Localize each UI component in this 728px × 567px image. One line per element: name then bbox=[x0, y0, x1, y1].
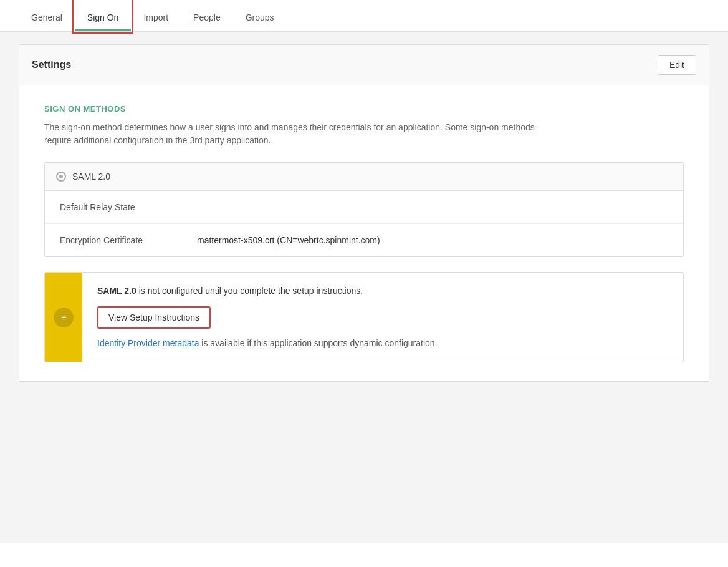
warning-sidebar: ≡ bbox=[45, 273, 82, 362]
warning-banner: ≡ SAML 2.0 is not configured until you c… bbox=[44, 272, 684, 362]
metadata-link[interactable]: Identity Provider metadata bbox=[97, 338, 199, 348]
settings-body: SIGN ON METHODS The sign-on method deter… bbox=[19, 85, 709, 381]
saml-header: SAML 2.0 bbox=[45, 163, 683, 191]
tab-sign-on[interactable]: Sign On bbox=[75, 0, 132, 31]
saml-box: SAML 2.0 Default Relay State Encryption … bbox=[44, 162, 684, 257]
tab-import[interactable]: Import bbox=[131, 0, 181, 31]
content-area: Settings Edit SIGN ON METHODS The sign-o… bbox=[0, 32, 728, 543]
section-description: The sign-on method determines how a user… bbox=[44, 121, 555, 147]
tabs-bar: General Sign On Import People Groups bbox=[0, 0, 728, 32]
saml-fields: Default Relay State Encryption Certifica… bbox=[45, 191, 683, 256]
tab-general[interactable]: General bbox=[19, 0, 75, 31]
edit-button[interactable]: Edit bbox=[658, 55, 696, 75]
field-label-cert: Encryption Certificate bbox=[60, 235, 197, 245]
saml-label: SAML 2.0 bbox=[72, 172, 110, 182]
radio-inner bbox=[59, 175, 63, 178]
settings-header: Settings Edit bbox=[19, 45, 709, 85]
warning-text-normal: is not configured until you complete the… bbox=[136, 286, 363, 296]
warning-text: SAML 2.0 is not configured until you com… bbox=[97, 285, 668, 298]
settings-card: Settings Edit SIGN ON METHODS The sign-o… bbox=[19, 44, 709, 382]
settings-title: Settings bbox=[32, 59, 71, 70]
saml-radio[interactable] bbox=[56, 172, 66, 182]
field-label-relay: Default Relay State bbox=[60, 202, 197, 212]
warning-text-bold: SAML 2.0 bbox=[97, 286, 136, 296]
warning-icon: ≡ bbox=[54, 308, 74, 327]
tab-people[interactable]: People bbox=[181, 0, 233, 31]
warning-content: SAML 2.0 is not configured until you com… bbox=[82, 273, 683, 362]
section-heading: SIGN ON METHODS bbox=[44, 104, 684, 114]
metadata-text: Identity Provider metadata is available … bbox=[97, 337, 668, 350]
field-value-cert: mattermost-x509.crt (CN=webrtc.spinmint.… bbox=[197, 235, 380, 245]
tab-groups[interactable]: Groups bbox=[233, 0, 287, 31]
view-setup-instructions-button[interactable]: View Setup Instructions bbox=[97, 306, 211, 329]
saml-field-row-relay: Default Relay State bbox=[45, 191, 683, 224]
list-icon: ≡ bbox=[61, 313, 66, 322]
page-wrapper: General Sign On Import People Groups Set… bbox=[0, 0, 728, 567]
metadata-suffix: is available if this application support… bbox=[199, 338, 437, 348]
saml-field-row-cert: Encryption Certificate mattermost-x509.c… bbox=[45, 224, 683, 256]
